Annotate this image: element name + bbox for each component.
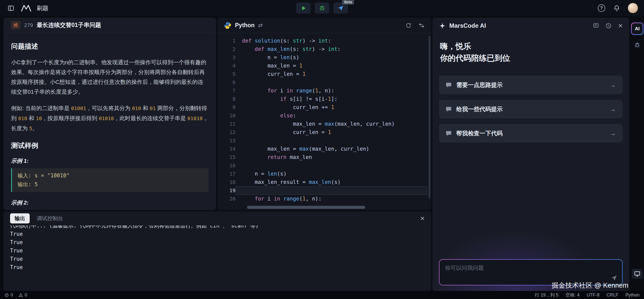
code-line[interactable]: 1def solution(s: str) -> int: (217, 37, 431, 45)
ai-panel-title: MarsCode AI (449, 22, 486, 29)
arrow-right-icon: → (610, 81, 616, 89)
inline-code: 01010 (187, 115, 203, 121)
code-line[interactable]: 8 if s[i] != s[i-1]: (217, 95, 431, 103)
code-line[interactable]: 10 else: (217, 112, 431, 120)
reset-code-icon[interactable] (406, 22, 412, 28)
console-tab[interactable]: 输出 (10, 213, 30, 223)
status-item[interactable]: 行 19，列 5 (535, 292, 558, 298)
card-label: 给我一些代码提示 (456, 105, 503, 113)
statusbar: 0 0 行 19，列 5空格: 4UTF-8CRLFPython (0, 291, 644, 299)
problem-panel: 难 279 最长连续交替01子串问题 问题描述 小C拿到了一个长度为n的二进制串… (4, 18, 216, 210)
console-line: True (10, 247, 425, 255)
ai-header: MarsCode AI × (432, 18, 629, 34)
code-line[interactable]: 4 max_len = 1 (217, 62, 431, 70)
statusbar-right: 行 19，列 5空格: 4UTF-8CRLFPython (535, 292, 639, 298)
line-number: 4 (217, 62, 235, 70)
code-line[interactable]: 19 (217, 186, 431, 195)
topbar-right: ? (598, 3, 638, 13)
code-line[interactable]: 12 curr_len = 1 (217, 128, 431, 137)
console-line-clipped: 代码执行中... (温馨提示: 代码中不允许存在输入指令，否则将会阻塞运行。例如… (10, 225, 425, 230)
topbar-actions: Beta (296, 0, 348, 16)
test-button[interactable] (315, 3, 329, 14)
ai-greeting: 嗨，悦乐 你的代码陪练已到位 (432, 34, 629, 64)
inline-code: 01010 (99, 115, 114, 121)
paper-plane-icon (338, 5, 344, 11)
line-number: 5 (217, 70, 235, 78)
help-icon[interactable]: ? (598, 4, 605, 12)
vertical-scrollbar[interactable] (429, 36, 430, 198)
line-number: 16 (217, 161, 235, 170)
warnings-indicator[interactable]: 0 (19, 292, 27, 298)
run-button[interactable] (296, 3, 311, 14)
problem-paragraph: 小C拿到了一个长度为n的二进制串。他发现通过一些操作可以得到一个很有趣的效果。每… (11, 57, 209, 97)
status-item[interactable]: Python (625, 292, 639, 298)
errors-indicator[interactable]: 0 (5, 292, 13, 298)
topbar-left: 刷题 (6, 3, 48, 13)
status-item[interactable]: 空格: 4 (566, 292, 580, 298)
error-icon (5, 293, 9, 297)
marscode-logo-icon (439, 22, 446, 29)
topbar: 刷题 Beta ? (0, 0, 644, 16)
statusbar-left: 0 0 (5, 292, 27, 298)
switch-language-icon[interactable]: ⇄ (258, 22, 263, 29)
code-line[interactable]: 6 (217, 78, 431, 87)
code-line[interactable]: 18 max_len_result = max_len(s) (217, 178, 431, 186)
code-line[interactable]: 2 def max_len(s: str) -> int: (217, 45, 431, 53)
line-number: 12 (217, 128, 235, 137)
code-line[interactable]: 11 max_len = max(max_len, curr_len) (217, 120, 431, 128)
sample-block: 示例 1:输入: s = "10010"输出: 5 (11, 157, 209, 192)
sample-label: 示例 2: (11, 199, 209, 207)
code-line[interactable]: 16 (217, 161, 431, 170)
submit-button[interactable]: Beta (333, 3, 348, 14)
compare-icon[interactable] (419, 22, 425, 28)
console-tab[interactable]: 调试控制台 (37, 215, 63, 222)
app-logo-icon (21, 4, 32, 12)
line-number: 10 (217, 112, 235, 120)
status-item[interactable]: UTF-8 (587, 292, 599, 298)
code-line[interactable]: 14 max_len = max(max_len, curr_len) (217, 145, 431, 153)
ai-assistant-button[interactable]: AI (631, 23, 643, 35)
close-ai-panel-icon[interactable]: × (618, 22, 623, 29)
line-number: 2 (217, 45, 235, 53)
sidebar-toggle-icon[interactable] (6, 3, 16, 13)
line-number: 11 (217, 120, 235, 128)
code-line[interactable]: 3 n = len(s) (217, 53, 431, 62)
code-line[interactable]: 17 n = len(s) (217, 170, 431, 178)
code-line[interactable]: 5 curr_len = 1 (217, 70, 431, 78)
samples-list: 示例 1:输入: s = "10010"输出: 5示例 2:输入: s = "0… (11, 157, 209, 210)
python-logo-icon (224, 22, 231, 29)
line-number: 18 (217, 178, 235, 186)
ai-suggestion-card[interactable]: 给我一些代码提示→ (439, 100, 623, 118)
chat-bubble-icon (446, 130, 452, 137)
close-console-icon[interactable]: × (420, 215, 425, 222)
watermark: 掘金技术社区 @ Kennem (552, 281, 628, 290)
feedback-icon[interactable] (593, 23, 599, 29)
warning-icon (19, 293, 23, 297)
code-line[interactable]: 9 curr_len += 1 (217, 103, 431, 112)
ai-greeting-line1: 嗨，悦乐 (440, 40, 622, 52)
horizontal-scrollbar[interactable] (247, 206, 365, 209)
editor-panel: Python ⇄ 1def solution(s: str) -> int:2 … (217, 18, 431, 210)
code-line[interactable]: 20 for i in range(1, n): (217, 195, 431, 203)
ai-suggestion-card[interactable]: 帮我检查一下代码→ (439, 124, 623, 143)
bell-icon[interactable] (612, 3, 621, 13)
status-item[interactable]: CRLF (607, 292, 618, 298)
code-editor[interactable]: 1def solution(s: str) -> int:2 def max_l… (217, 33, 431, 210)
debug-plugin-icon[interactable] (634, 42, 640, 48)
line-number: 8 (217, 95, 235, 103)
console-tabs: 输出调试控制台 (10, 213, 72, 223)
ai-suggestion-card[interactable]: 需要一点思路提示→ (439, 76, 623, 94)
warnings-count: 0 (25, 292, 27, 298)
avatar[interactable] (628, 3, 638, 13)
monitor-icon[interactable] (632, 269, 643, 279)
sample-block: 示例 2:输入: s = "011010"输出: 4 (11, 199, 209, 210)
code-line[interactable]: 7 for i in range(1, n): (217, 87, 431, 95)
history-icon[interactable] (606, 23, 612, 29)
console-line: True (10, 255, 425, 263)
problem-body: 问题描述 小C拿到了一个长度为n的二进制串。他发现通过一些操作可以得到一个很有趣… (4, 33, 216, 210)
code-line[interactable]: 13 (217, 137, 431, 145)
ai-suggestion-cards: 需要一点思路提示→给我一些代码提示→帮我检查一下代码→ (439, 76, 623, 143)
sample-io: 输入: s = "10010"输出: 5 (11, 168, 209, 192)
line-number: 3 (217, 53, 235, 62)
code-line[interactable]: 15 return max_len (217, 153, 431, 161)
